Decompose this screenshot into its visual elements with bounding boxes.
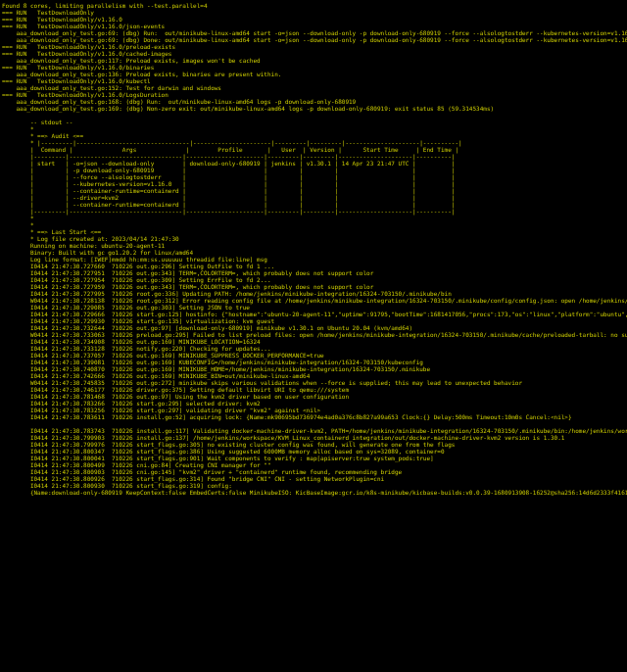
run-line: === RUN TestDownloadOnly/v1.16.0/json-ev… — [2, 23, 165, 29]
log-line: I0414 21:47:30.781468 710226 out.go:97] … — [2, 393, 349, 400]
log-line: I0414 21:47:30.799976 710226 start_flags… — [2, 441, 455, 448]
table-row: | start | -o=json --download-only | down… — [2, 160, 455, 167]
table-row: | | -p download-only-680919 | | | | | | — [2, 167, 455, 173]
log-line: Binary: Built with gc go1.20.2 for linux… — [2, 249, 193, 256]
log-line: W0414 21:47:30.745835 710226 out.go:272]… — [2, 379, 522, 386]
log-line: I0414 21:47:30.800926 710226 start_flags… — [2, 475, 384, 482]
log-line: I0414 21:47:30.737057 710226 out.go:169]… — [2, 352, 324, 359]
table-border: * |---------|---------------------------… — [2, 139, 462, 146]
log-line: I0414 21:47:30.800903 710226 cni.go:145]… — [2, 468, 402, 475]
log-line: I0414 21:47:30.746177 710226 driver.go:3… — [2, 386, 349, 393]
header-line: Found 8 cores, limiting parallelism with… — [2, 2, 208, 9]
log-line: I0414 21:47:30.727959 710226 out.go:343]… — [2, 283, 373, 290]
table-row: | | --driver=kvm2 | | | | | | — [2, 194, 455, 201]
run-line: === RUN TestDownloadOnly/v1.16.0/cached-… — [2, 50, 171, 57]
log-line: I0414 21:47:30.783256 710226 start.go:29… — [2, 407, 320, 413]
run-line: aaa_download_only_test.go:152: Test for … — [2, 84, 221, 91]
log-line: I0414 21:47:30.727995 710226 root.go:336… — [2, 290, 452, 297]
run-line: aaa_download_only_test.go:69: (dbg) Run:… — [2, 29, 627, 36]
log-line: * Log file created at: 2023/04/14 21:47:… — [2, 235, 179, 242]
last-start-header: * ==> Last Start <== — [2, 228, 101, 235]
log-line: I0414 21:47:30.799903 710226 install.go:… — [2, 434, 564, 441]
log-line: I0414 21:47:30.729930 710226 start.go:13… — [2, 317, 274, 324]
run-line: aaa_download_only_test.go:169: (dbg) Non… — [2, 105, 494, 112]
stdout-marker: -- stdout -- — [2, 119, 72, 125]
run-line: === RUN TestDownloadOnly/v1.16.0/binarie… — [2, 64, 154, 71]
log-line: {Name:download-only-680919 KeepContext:f… — [2, 489, 627, 496]
run-line: === RUN TestDownloadOnly/v1.16.0 — [2, 16, 122, 23]
table-header-row: | Command | Args | Profile | User | Vers… — [2, 146, 458, 153]
run-line: aaa_download_only_test.go:136: Preload e… — [2, 71, 281, 77]
log-line: I0414 21:47:30.783266 710226 start.go:29… — [2, 400, 261, 407]
table-row: | | --container-runtime=containerd | | |… — [2, 187, 455, 194]
log-line: I0414 21:47:30.800347 710226 start_flags… — [2, 448, 445, 455]
log-line: Log line format: [IWEF]mmdd hh:mm:ss.uuu… — [2, 256, 267, 263]
log-line: I0414 21:47:30.729085 710226 out.go:303]… — [2, 304, 250, 311]
terminal-output: Found 8 cores, limiting parallelism with… — [0, 0, 627, 672]
log-line: I0414 21:47:30.729666 710226 start.go:12… — [2, 311, 627, 317]
run-line: === RUN TestDownloadOnly/v1.16.0/kubectl — [2, 77, 151, 84]
run-line: === RUN TestDownloadOnly/v1.16.0/preload… — [2, 43, 175, 50]
run-line: aaa_download_only_test.go:168: (dbg) Run… — [2, 98, 356, 105]
log-line: I0414 21:47:30.732644 710226 out.go:97] … — [2, 324, 412, 331]
log-line: I0414 21:47:30.800499 710226 cni.go:84] … — [2, 461, 271, 468]
run-line: === RUN TestDownloadOnly — [2, 9, 94, 16]
table-border: |---------|-----------------------------… — [2, 208, 455, 215]
log-line: I0414 21:47:30.742666 710226 out.go:169]… — [2, 372, 310, 379]
log-line: I0414 21:47:30.800930 710226 start_flags… — [2, 482, 232, 489]
table-border: |---------|-----------------------------… — [2, 153, 455, 160]
table-row: | | --container-runtime=containerd | | |… — [2, 201, 455, 208]
audit-header: * ==> Audit <== — [2, 132, 83, 139]
log-line: I0414 21:47:30.727954 710226 out.go:309]… — [2, 276, 271, 283]
log-line: I0414 21:47:30.733128 710226 notify.go:2… — [2, 345, 271, 352]
run-line: aaa_download_only_test.go:69: (dbg) Done… — [2, 36, 627, 43]
log-line: W0414 21:47:30.733063 710226 preload.go:… — [2, 331, 627, 338]
log-line: I0414 21:47:30.727660 710226 out.go:296]… — [2, 263, 274, 269]
log-line: I0414 21:47:30.783611 710226 install.go:… — [2, 413, 572, 420]
log-line: I0414 21:47:30.740870 710226 out.go:169]… — [2, 365, 430, 372]
log-line: I0414 21:47:30.727951 710226 out.go:343]… — [2, 269, 373, 276]
log-line: W0414 21:47:30.728138 710226 root.go:312… — [2, 297, 627, 304]
run-line: aaa_download_only_test.go:117: Preload e… — [2, 57, 261, 64]
log-line: I0414 21:47:30.734908 710226 out.go:169]… — [2, 338, 261, 345]
log-line: I0414 21:47:30.739081 710226 out.go:169]… — [2, 359, 423, 365]
log-line: Running on machine: ubuntu-20-agent-11 — [2, 242, 165, 249]
log-line: I0414 21:47:30.800041 710226 start_flags… — [2, 455, 434, 461]
table-row: | | --force --alsologtostderr | | | | | … — [2, 173, 455, 180]
run-line: === RUN TestDownloadOnly/v1.16.0/LogsDur… — [2, 91, 169, 98]
log-line: I0414 21:47:30.783743 710226 install.go:… — [2, 427, 627, 434]
table-row: | | --kubernetes-version=v1.16.0 | | | |… — [2, 180, 455, 187]
